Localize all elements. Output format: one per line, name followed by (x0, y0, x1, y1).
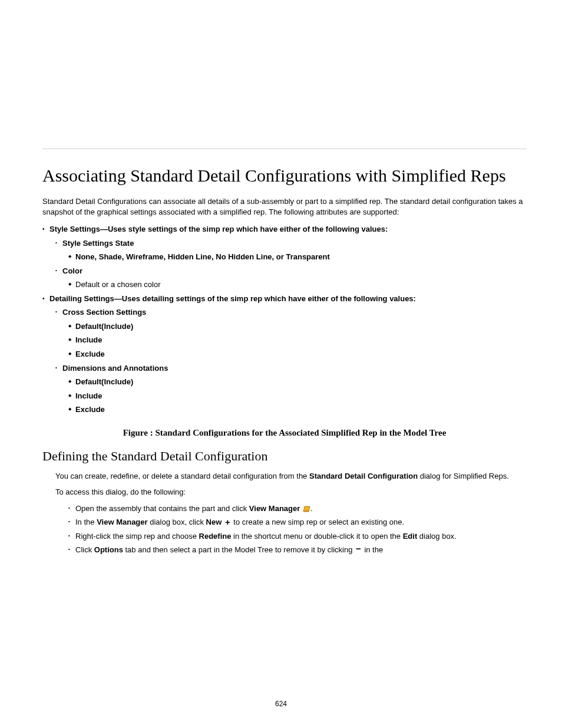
list-item: Color (42, 266, 527, 276)
figure-caption: Figure : Standard Configurations for the… (42, 428, 527, 438)
attributes-list: Style Settings—Uses style settings of th… (42, 224, 527, 415)
list-item: Detailing Settings—Uses detailing settin… (42, 294, 527, 304)
page-title: Associating Standard Detail Configuratio… (42, 166, 527, 186)
list-item: Exclude (42, 404, 527, 415)
plus-icon: + (224, 519, 232, 526)
list-item: Open the assembly that contains the part… (55, 503, 515, 514)
list-item: Exclude (42, 349, 527, 360)
list-item: In the View Manager dialog box, click Ne… (55, 517, 515, 528)
page-number: 624 (0, 700, 562, 708)
list-item: Include (42, 391, 527, 401)
steps-list: Open the assembly that contains the part… (55, 503, 515, 555)
body-text: You can create, redefine, or delete a st… (55, 471, 515, 482)
list-item: Click Options tab and then select a part… (55, 545, 515, 555)
list-item: Right-click the simp rep and choose Rede… (55, 531, 515, 542)
minus-icon: − (355, 546, 362, 552)
list-item: Style Settings—Uses style settings of th… (42, 224, 527, 235)
section-heading: Defining the Standard Detail Configurati… (42, 449, 527, 464)
divider-rule (42, 149, 527, 149)
list-item: Style Settings State (42, 238, 527, 249)
list-item: Default(Include) (42, 377, 527, 387)
svg-marker-0 (303, 506, 310, 512)
body-text: To access this dialog, do the following: (55, 487, 515, 498)
list-item: Default(Include) (42, 321, 527, 332)
view-manager-icon (302, 505, 310, 513)
list-item: None, Shade, Wireframe, Hidden Line, No … (42, 252, 527, 262)
intro-paragraph: Standard Detail Configurations can assoc… (42, 196, 527, 217)
list-item: Dimensions and Annotations (42, 363, 527, 374)
list-item: Include (42, 335, 527, 345)
list-item: Cross Section Settings (42, 307, 527, 318)
list-item: Default or a chosen color (42, 279, 527, 290)
